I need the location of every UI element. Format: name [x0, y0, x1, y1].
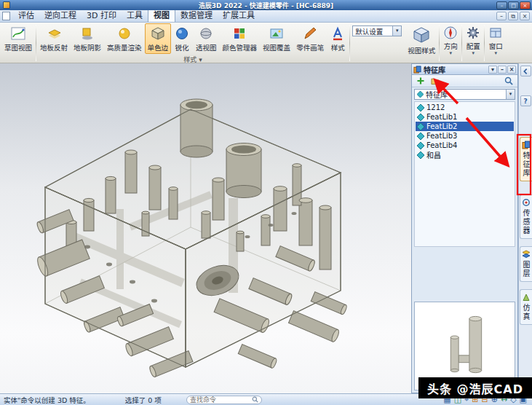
library-item-icon: [417, 104, 424, 111]
list-item[interactable]: 1212: [416, 103, 514, 112]
edge-bar: ? 特征库 传感器 图层 仿真: [518, 63, 532, 393]
list-item[interactable]: FeatLib3: [416, 131, 514, 141]
part-brush-pen-icon: [302, 25, 318, 42]
library-dropdown[interactable]: 特征库 ▾: [414, 89, 515, 100]
mono-edge-cube-icon: [150, 25, 166, 42]
render-setting-combobox[interactable]: 默认设置 ▾: [352, 25, 402, 36]
collapse-panel-button[interactable]: [520, 66, 531, 76]
view-style-icon: [412, 25, 431, 44]
maximize-button[interactable]: □: [508, 1, 519, 9]
window-panes-icon: [488, 25, 503, 40]
style-button[interactable]: 样式: [327, 23, 349, 54]
configuration-gear-icon: [466, 25, 480, 40]
ribbon-separator: [349, 25, 350, 61]
window-button[interactable]: 窗口 ▾: [485, 23, 506, 57]
window-title: 浩辰3D 2022 - 快速建模零件 - [HC-6889]: [199, 1, 333, 10]
menu-bar: 评估 逆向工程 3D 打印 工具 视图 数据管理 扩展工具 – ⧉ ×: [0, 10, 532, 23]
rail-tab-simulation[interactable]: 仿真: [520, 289, 532, 325]
view-overlay-icon: [269, 25, 285, 42]
hq-render-button[interactable]: 高质量渲染: [104, 23, 145, 54]
configuration-button[interactable]: 配置 ▾: [463, 23, 483, 57]
selection-count: 选择了 0 项: [125, 395, 162, 405]
panel-header[interactable]: 特征库 ▾ – ×: [412, 64, 517, 75]
chevron-left-icon: [522, 68, 529, 75]
color-manager-button[interactable]: 颜色管理器: [220, 23, 261, 54]
3d-model: [0, 63, 411, 393]
open-library-button[interactable]: [429, 76, 441, 86]
list-item[interactable]: 和昌: [416, 150, 514, 160]
color-manager-icon: [231, 25, 247, 42]
ribbon-separator: [439, 25, 440, 61]
child-close-button[interactable]: ×: [520, 12, 530, 20]
sketch-view-button[interactable]: 草图视图: [1, 23, 35, 54]
rail-tab-feature-library[interactable]: 特征库: [520, 137, 532, 181]
ribbon: 草图视图 地板反射 地板阴影 高质量渲染 单色边: [0, 23, 532, 63]
command-search-box[interactable]: [186, 396, 262, 404]
rail-tab-sensors[interactable]: 传感器: [520, 194, 532, 239]
feature-library-panel: 特征库 ▾ – × 特征库 ▾ 1212 FeatLib1: [411, 63, 518, 393]
ribbon-separator: [461, 25, 462, 61]
combobox-arrow-icon[interactable]: ▾: [392, 26, 401, 36]
floor-shadow-icon: [79, 25, 95, 42]
view-style-button[interactable]: 视图样式: [405, 23, 438, 57]
ribbon-separator: [36, 25, 36, 61]
command-search-input[interactable]: [190, 396, 252, 404]
list-item-selected[interactable]: FeatLib2: [416, 122, 514, 131]
dropdown-arrow-icon[interactable]: ▾: [506, 90, 515, 99]
library-item-icon: [417, 123, 424, 130]
library-item-icon: [417, 91, 424, 98]
simulation-icon: [522, 293, 531, 302]
title-bar: 浩辰3D 2022 - 快速建模零件 - [HC-6889] – □ ×: [0, 0, 532, 10]
part-brush-button[interactable]: 零件画笔: [293, 23, 327, 54]
child-minimize-button[interactable]: –: [496, 12, 507, 20]
feature-preview-model: [415, 302, 515, 390]
model-viewport[interactable]: [0, 63, 411, 393]
orientation-compass-icon: [443, 25, 458, 40]
child-restore-button[interactable]: ⧉: [508, 12, 518, 20]
library-item-icon: [417, 133, 424, 140]
feature-library-icon: [413, 66, 421, 74]
search-library-button[interactable]: [503, 76, 515, 86]
search-icon: [504, 76, 513, 85]
library-item-icon: [417, 142, 424, 149]
floor-reflection-icon: [46, 25, 62, 42]
panel-pin-button[interactable]: –: [498, 66, 507, 74]
orientation-button[interactable]: 方向 ▾: [440, 23, 461, 57]
style-group-label[interactable]: 样式 ▾: [37, 55, 349, 63]
library-item-icon: [417, 152, 424, 159]
panel-toolbar: [412, 75, 517, 87]
status-message: 实体"命令以创建 3D 特征。: [4, 395, 90, 405]
layers-icon: [522, 250, 531, 259]
perspective-button[interactable]: 透视图: [193, 23, 220, 54]
minimize-button[interactable]: –: [496, 1, 507, 9]
sharpen-button[interactable]: 锐化: [171, 23, 193, 54]
panel-menu-button[interactable]: ▾: [488, 66, 497, 74]
rail-tab-layers[interactable]: 图层: [520, 246, 532, 282]
library-item-icon: [417, 114, 424, 121]
close-button[interactable]: ×: [520, 1, 531, 9]
hq-render-icon: [116, 25, 132, 42]
panel-title: 特征库: [424, 64, 445, 75]
app-icon: [3, 1, 10, 9]
sensor-icon: [522, 198, 531, 207]
search-icon: [252, 396, 258, 403]
floor-reflection-button[interactable]: 地板反射: [37, 23, 71, 54]
help-button[interactable]: ?: [520, 95, 531, 106]
style-letter-icon: [330, 25, 346, 42]
sharpen-sphere-icon: [174, 25, 190, 42]
ribbon-separator: [484, 25, 485, 61]
folder-icon: [431, 76, 440, 85]
feature-library-icon: [522, 141, 531, 149]
perspective-icon: [198, 25, 214, 42]
plus-icon: [416, 76, 425, 85]
floor-shadow-button[interactable]: 地板阴影: [71, 23, 104, 54]
add-library-button[interactable]: [415, 76, 426, 86]
panel-close-button[interactable]: ×: [507, 66, 516, 74]
sketch-view-icon: [10, 25, 26, 42]
library-list: 1212 FeatLib1 FeatLib2 FeatLib3 FeatLib4…: [414, 101, 515, 247]
view-overlay-button[interactable]: 视图覆盖: [260, 23, 293, 54]
list-item[interactable]: FeatLib1: [416, 112, 514, 122]
mono-edge-button[interactable]: 单色边: [145, 23, 172, 54]
watermark: 头条 @浩辰CAD: [418, 377, 532, 398]
document-icon[interactable]: [2, 12, 10, 20]
